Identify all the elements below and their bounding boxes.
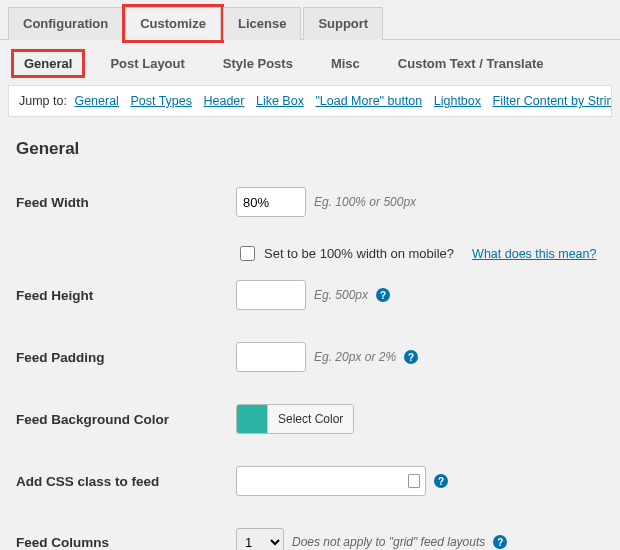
tab-license[interactable]: License (223, 7, 301, 40)
link-what-does-this-mean[interactable]: What does this mean? (472, 247, 596, 261)
subtab-style-posts[interactable]: Style Posts (213, 52, 303, 75)
label-feed-height: Feed Height (16, 288, 236, 303)
input-feed-padding[interactable] (236, 342, 306, 372)
hint-feed-height: Eg. 500px (314, 288, 368, 302)
label-feed-width: Feed Width (16, 195, 236, 210)
input-css-class[interactable] (236, 466, 426, 496)
section-general: General Feed Width Eg. 100% or 500px Set… (0, 117, 620, 550)
section-title: General (16, 139, 604, 159)
jump-filter[interactable]: Filter Content by String (493, 94, 612, 108)
jump-header[interactable]: Header (203, 94, 244, 108)
label-css-class: Add CSS class to feed (16, 474, 236, 489)
row-mobile-width: Set to be 100% width on mobile? What doe… (236, 243, 604, 264)
help-icon[interactable]: ? (376, 288, 390, 302)
jump-lightbox[interactable]: Lightbox (434, 94, 481, 108)
help-icon[interactable]: ? (493, 535, 507, 549)
tab-customize[interactable]: Customize (125, 7, 221, 40)
tab-configuration[interactable]: Configuration (8, 7, 123, 40)
row-feed-columns: Feed Columns 1 Does not apply to "grid" … (16, 512, 604, 550)
label-bg-color: Feed Background Color (16, 412, 236, 427)
select-color-button[interactable]: Select Color (267, 405, 353, 433)
row-feed-height: Feed Height Eg. 500px ? (16, 264, 604, 326)
help-icon[interactable]: ? (404, 350, 418, 364)
color-picker[interactable]: Select Color (236, 404, 354, 434)
jump-like-box[interactable]: Like Box (256, 94, 304, 108)
input-feed-height[interactable] (236, 280, 306, 310)
color-swatch (237, 405, 267, 433)
jump-label: Jump to: (19, 94, 67, 108)
label-feed-padding: Feed Padding (16, 350, 236, 365)
jump-bar: Jump to: General Post Types Header Like … (8, 85, 612, 117)
hint-feed-width: Eg. 100% or 500px (314, 195, 416, 209)
label-feed-columns: Feed Columns (16, 535, 236, 550)
row-feed-width: Feed Width Eg. 100% or 500px (16, 171, 604, 233)
label-mobile-width: Set to be 100% width on mobile? (264, 246, 454, 261)
hint-feed-columns: Does not apply to "grid" feed layouts (292, 535, 485, 549)
help-icon[interactable]: ? (434, 474, 448, 488)
hint-feed-padding: Eg. 20px or 2% (314, 350, 396, 364)
jump-load-more[interactable]: "Load More" button (315, 94, 422, 108)
subtab-misc[interactable]: Misc (321, 52, 370, 75)
input-feed-width[interactable] (236, 187, 306, 217)
sub-tabs: General Post Layout Style Posts Misc Cus… (0, 40, 620, 85)
jump-post-types[interactable]: Post Types (130, 94, 192, 108)
subtab-general[interactable]: General (14, 52, 82, 75)
top-tabs: Configuration Customize License Support (0, 0, 620, 40)
row-css-class: Add CSS class to feed ? (16, 450, 604, 512)
checkbox-mobile-width[interactable] (240, 246, 255, 261)
subtab-custom-text[interactable]: Custom Text / Translate (388, 52, 554, 75)
select-feed-columns[interactable]: 1 (236, 528, 284, 550)
tab-support[interactable]: Support (303, 7, 383, 40)
row-bg-color: Feed Background Color Select Color (16, 388, 604, 450)
jump-general[interactable]: General (74, 94, 118, 108)
row-feed-padding: Feed Padding Eg. 20px or 2% ? (16, 326, 604, 388)
subtab-post-layout[interactable]: Post Layout (100, 52, 194, 75)
